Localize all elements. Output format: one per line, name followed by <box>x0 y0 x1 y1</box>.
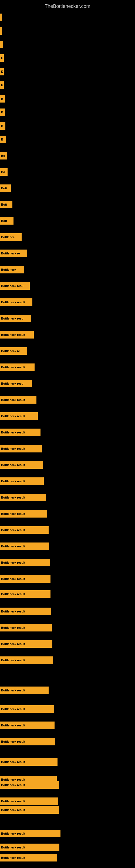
bar-label-text: Bottleneck result <box>1 642 25 646</box>
bar-fill: Bottleneck result <box>0 806 59 814</box>
bar-item <box>0 27 2 35</box>
bar-label-text: E <box>1 84 3 87</box>
bar-fill: Bottleneck result <box>0 429 41 436</box>
bar-fill: Bottleneck result <box>0 640 52 648</box>
bar-item: Bottleneck <box>0 266 24 273</box>
bar-item: Bottleneck result <box>0 542 49 550</box>
bar-fill: Bottleneck result <box>0 844 59 851</box>
bar-fill: E <box>0 82 4 89</box>
bar-item: E <box>0 68 4 75</box>
bar-label-text: B <box>1 97 3 100</box>
bar-label-text: Bottleneck result <box>1 626 25 629</box>
bar-fill: Bottleneck result <box>0 854 57 862</box>
bar-label-text: Bottleneck result <box>1 659 25 662</box>
bar-item: Bottleneck result <box>0 412 38 420</box>
bar-fill: Bottleneck result <box>0 705 54 713</box>
bar-label-text: Bottleneck re <box>1 349 20 352</box>
bar-item: Bottleneck result <box>0 854 57 862</box>
bar-item: Bottleneck result <box>0 575 50 583</box>
bar-item: Bottleneck result <box>0 830 60 837</box>
bar-fill: Bottleneck result <box>0 299 32 306</box>
bar-fill: Bottleneck <box>0 266 24 273</box>
bar-item: Bott <box>0 217 13 225</box>
bar-label-text: B <box>1 124 3 127</box>
bar-label-text: Bottleneck result <box>1 800 25 803</box>
bar-item: Bottleneck result <box>0 364 35 371</box>
bar-item: Bott <box>0 201 12 208</box>
bar-fill: Bottleneck result <box>0 721 54 729</box>
bar-label-text: E <box>1 70 3 73</box>
bar-item: Bottleneck result <box>0 608 51 615</box>
bar-fill: Bo <box>0 168 8 176</box>
bar-label-text: Bottleneck result <box>1 610 25 613</box>
bar-fill <box>0 27 2 35</box>
bar-fill: B <box>0 108 5 116</box>
bar-fill: Bottleneck re <box>0 347 27 355</box>
bar-label-text: B <box>1 111 3 114</box>
bar-item: Bottleneck result <box>0 705 54 713</box>
bar-label-text: Bottleneck result <box>1 689 25 692</box>
bar-fill: Bottleneck result <box>0 656 53 664</box>
bar-item: Bottleneck result <box>0 331 34 339</box>
bar-label-text: Bottleneck result <box>1 496 25 499</box>
bar-item: Bottleneck resu <box>0 380 32 388</box>
bar-item: B <box>0 108 5 116</box>
bar-label-text: Bottleneck result <box>1 856 25 859</box>
bar-item: Bottleneck resu <box>0 315 31 322</box>
bar-label-text: Bottleneck result <box>1 724 25 727</box>
bar-fill: Bottleneck result <box>0 445 42 453</box>
bar-fill: Bottleneck result <box>0 542 49 550</box>
bar-label-text: Bott <box>1 203 7 206</box>
bar-label-text: Bottleneck result <box>1 592 25 596</box>
bar-fill <box>0 41 3 48</box>
bar-fill: Bottleneck result <box>0 364 35 371</box>
bar-item: E <box>0 82 4 89</box>
bar-fill: Bott <box>0 217 13 225</box>
bar-fill: Bottleneck result <box>0 575 50 583</box>
bar-item: Bottleneck result <box>0 758 57 766</box>
bar-item: Bottleneck result <box>0 396 37 404</box>
bar-item: E <box>0 54 4 62</box>
bar-fill: Bottleneck re <box>0 250 27 257</box>
bar-fill: Bottleneck result <box>0 559 50 566</box>
bar-label-text: Bottleneck result <box>1 740 25 743</box>
bar-fill: E <box>0 68 4 75</box>
bar-item: Bottleneck result <box>0 624 52 631</box>
bar-label-text: Bottleneck result <box>1 846 25 849</box>
bar-item: Bottleneck result <box>0 299 32 306</box>
bar-label-text: Bottleneck result <box>1 333 25 336</box>
bar-label-text: Bott <box>1 219 7 222</box>
bar-label-text: Bottleneck result <box>1 577 25 581</box>
bar-label-text: E <box>1 56 3 60</box>
bar-fill: Bottleneck result <box>0 830 60 837</box>
bar-fill: Bottleneck result <box>0 526 49 534</box>
bar-item: Bottleneck result <box>0 494 46 501</box>
bar-item: Bottleneck result <box>0 445 42 453</box>
bar-fill: Bo <box>0 152 7 159</box>
bar-item: Bo <box>0 152 7 159</box>
bar-label-text: Bottleneck <box>1 268 16 271</box>
bar-label-text: Bottleneck result <box>1 808 25 812</box>
bar-item: Bottleneck result <box>0 510 47 518</box>
bar-item: Bottleneck re <box>0 250 27 257</box>
bar-label-text: Bottleneck result <box>1 463 25 467</box>
bar-fill: Bottleneck result <box>0 738 55 745</box>
bar-label-text: Bottleneck re <box>1 252 20 255</box>
bar-fill: Bottleneck result <box>0 781 59 789</box>
bar-label-text: Bottleneck resu <box>1 284 24 287</box>
bar-fill: Bott <box>0 201 12 208</box>
bar-item: Bottleneck result <box>0 429 41 436</box>
bar-item: Bottleneck result <box>0 590 50 598</box>
bar-item: Bottleneck result <box>0 559 50 566</box>
bar-label-text: Bo <box>1 170 5 174</box>
bar-fill: B <box>0 122 5 130</box>
bar-label-text: Bo <box>1 154 5 157</box>
bar-label-text: Bottleneck result <box>1 479 25 483</box>
bar-fill: Bottleneck result <box>0 396 37 404</box>
bar-label-text: Bottleneck result <box>1 447 25 450</box>
bar-fill: Bottleneck result <box>0 494 46 501</box>
bar-item <box>0 41 3 48</box>
bar-label-text: Bottlenec <box>1 236 14 239</box>
bar-fill: Bottleneck resu <box>0 315 31 322</box>
bar-item: Bottleneck result <box>0 640 52 648</box>
